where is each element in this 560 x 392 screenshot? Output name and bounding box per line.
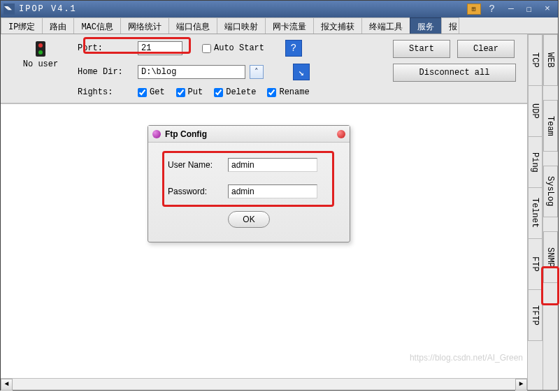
tab-8[interactable]: 终端工具 — [361, 17, 410, 34]
down-arrow-icon[interactable]: ↘ — [293, 64, 310, 80]
top-tabs: IP绑定路由MAC信息网络统计端口信息端口映射网卡流量报文捕获终端工具服务报 — [1, 17, 558, 34]
vtab-inner-TFTP[interactable]: TFTP — [528, 289, 543, 341]
port-input[interactable] — [138, 41, 182, 55]
tab-1[interactable]: 路由 — [42, 17, 74, 34]
password-input[interactable] — [228, 184, 317, 198]
maximize-button[interactable]: ☐ — [522, 3, 537, 15]
vtab-inner-UDP[interactable]: UDP — [528, 85, 543, 137]
username-input[interactable] — [228, 158, 317, 172]
tab-6[interactable]: 网卡流量 — [265, 17, 314, 34]
password-label: Password: — [168, 187, 221, 196]
tab-7[interactable]: 报文捕获 — [313, 17, 362, 34]
help-icon[interactable]: ? — [285, 40, 302, 57]
scroll-track[interactable] — [13, 379, 515, 391]
auto-start-label: Auto Start — [214, 43, 264, 53]
start-button[interactable]: Start — [393, 40, 450, 58]
window-title: IPOP V4.1 — [19, 4, 467, 14]
ftp-settings-panel: No user Port: Auto Start ? — [1, 34, 527, 103]
tab-0[interactable]: IP绑定 — [1, 17, 43, 34]
traffic-light-icon — [36, 41, 45, 57]
watermark: https://blog.csdn.net/AI_Green — [410, 353, 523, 363]
titlebar: IPOP V4.1 ⊞ ? — ☐ × — [1, 1, 558, 17]
vtab-inner-TCP[interactable]: TCP — [528, 34, 543, 86]
delete-label: Delete — [226, 87, 256, 97]
put-label: Put — [188, 87, 203, 97]
vtab-inner-FTP[interactable]: FTP — [528, 238, 543, 290]
toolbox-icon[interactable]: ⊞ — [467, 3, 481, 15]
rename-checkbox[interactable] — [267, 88, 276, 97]
vtab-outer-SysLog[interactable]: SysLog — [543, 166, 558, 217]
vtab-outer-WEB[interactable]: WEB — [543, 34, 558, 86]
home-dir-label: Home Dir: — [78, 67, 134, 77]
vtab-inner-Telnet[interactable]: Telnet — [528, 187, 543, 239]
tab-10[interactable]: 报 — [441, 17, 459, 34]
dialog-close-icon[interactable] — [337, 130, 345, 138]
tab-5[interactable]: 端口映射 — [217, 17, 266, 34]
put-checkbox[interactable] — [176, 88, 185, 97]
side-tabs-inner: TCPUDPPingTelnetFTPTFTP — [527, 34, 543, 390]
content-area: Ftp Config User Name: Password: — [1, 103, 527, 378]
home-dir-input[interactable] — [138, 65, 245, 79]
rights-label: Rights: — [78, 87, 134, 97]
clear-button[interactable]: Clear — [457, 40, 515, 58]
help-button[interactable]: ? — [484, 3, 501, 15]
vtab-outer-SNMP[interactable]: SNMP — [543, 231, 558, 283]
tab-3[interactable]: 网络统计 — [120, 17, 169, 34]
no-user-label: No user — [9, 59, 72, 69]
horizontal-scrollbar[interactable]: ◄ ► — [1, 378, 527, 390]
dialog-title: Ftp Config — [165, 129, 207, 139]
get-label: Get — [150, 87, 165, 97]
scroll-right-icon[interactable]: ► — [515, 379, 527, 391]
ok-button[interactable]: OK — [228, 211, 270, 228]
username-label: User Name: — [168, 160, 221, 170]
home-dir-dropdown[interactable]: ˄ — [250, 65, 264, 79]
vtab-inner-Ping[interactable]: Ping — [528, 136, 543, 188]
rename-label: Rename — [279, 87, 309, 97]
ftp-config-dialog: Ftp Config User Name: Password: — [148, 125, 350, 242]
side-tabs-outer: WEBTeamSysLogSNMP — [543, 34, 558, 390]
disconnect-all-button[interactable]: Disconnect all — [393, 64, 516, 82]
vtab-outer-Team[interactable]: Team — [543, 100, 558, 152]
close-button[interactable]: × — [540, 3, 555, 15]
tab-4[interactable]: 端口信息 — [168, 17, 217, 34]
delete-checkbox[interactable] — [214, 88, 223, 97]
minimize-button[interactable]: — — [503, 3, 519, 15]
tab-2[interactable]: MAC信息 — [73, 17, 121, 34]
get-checkbox[interactable] — [138, 88, 147, 97]
app-icon — [3, 3, 15, 15]
scroll-left-icon[interactable]: ◄ — [1, 379, 13, 391]
dialog-icon — [152, 130, 161, 138]
tab-9[interactable]: 服务 — [410, 17, 442, 34]
auto-start-checkbox[interactable] — [202, 44, 211, 53]
port-label: Port: — [78, 43, 134, 53]
